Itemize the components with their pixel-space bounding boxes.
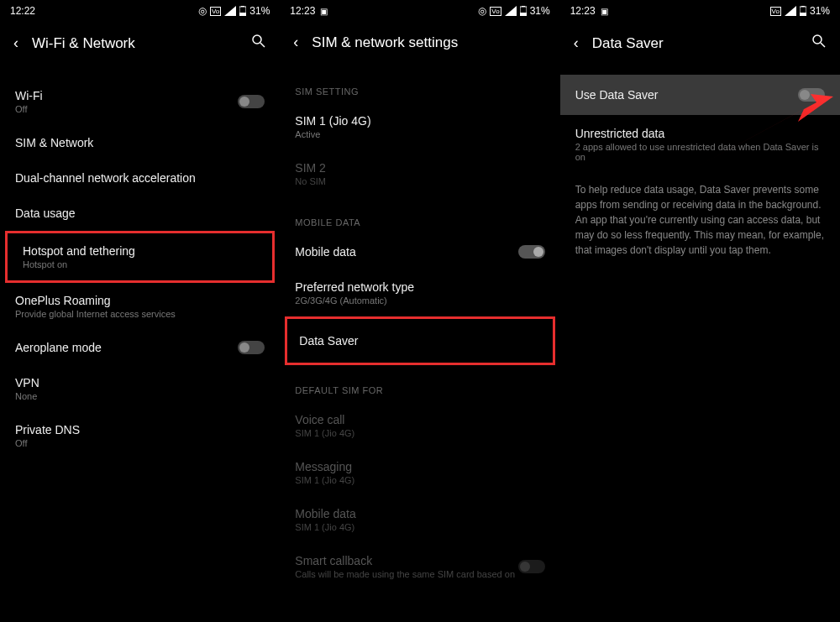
screen-data-saver: 12:23 ▣ Vo 31% ‹ Data Saver Use Data Sav…: [560, 0, 840, 622]
item-title: OnePlus Roaming: [15, 294, 265, 307]
item-title: SIM & Network: [15, 136, 265, 149]
item-sub: Calls will be made using the same SIM ca…: [295, 569, 517, 579]
back-icon[interactable]: ‹: [13, 34, 18, 52]
svg-line-4: [260, 43, 265, 47]
item-sim1[interactable]: SIM 1 (Jio 4G) Active: [280, 103, 559, 150]
item-sim-network[interactable]: SIM & Network: [0, 125, 280, 160]
item-title: Smart callback: [295, 554, 517, 567]
page-title: Wi-Fi & Network: [32, 35, 238, 52]
vo-icon: Vo: [490, 7, 501, 16]
item-sub: Provide global Internet access services: [15, 309, 265, 319]
item-sub: SIM 1 (Jio 4G): [295, 522, 544, 532]
signal-icon: [505, 6, 517, 16]
svg-rect-10: [801, 6, 805, 7]
item-title: Dual-channel network acceleration: [15, 171, 265, 185]
item-sub: No SIM: [295, 176, 544, 186]
item-sub: 2G/3G/4G (Automatic): [295, 295, 544, 306]
item-mobile-data-sim: Mobile data SIM 1 (Jio 4G): [280, 496, 559, 543]
status-bar: 12:23 ▣ ◎ Vo 31%: [280, 0, 559, 22]
screenshot-icon: ▣: [320, 7, 328, 16]
item-title: VPN: [15, 376, 265, 389]
item-title: Messaging: [295, 460, 544, 473]
item-mobile-data[interactable]: Mobile data: [280, 234, 559, 269]
item-title: Mobile data: [295, 245, 517, 259]
item-title: Data usage: [15, 206, 265, 220]
item-vpn[interactable]: VPN None: [0, 365, 280, 412]
mobile-data-toggle[interactable]: [518, 245, 545, 259]
battery-percent: 31%: [530, 5, 550, 17]
battery-percent: 31%: [810, 5, 830, 17]
info-text: To help reduce data usage, Data Saver pr…: [560, 174, 840, 266]
item-oneplus-roaming[interactable]: OnePlus Roaming Provide global Internet …: [0, 283, 280, 330]
item-title: Preferred network type: [295, 280, 544, 294]
item-hotspot-tethering[interactable]: Hotspot and tethering Hotspot on: [5, 231, 275, 283]
search-icon[interactable]: [251, 34, 266, 53]
hotspot-icon: ◎: [478, 5, 486, 17]
item-title: Wi-Fi: [15, 89, 238, 102]
item-title: Unrestricted data: [575, 127, 825, 140]
item-sub: Active: [295, 129, 544, 139]
item-sub: 2 apps allowed to use unrestricted data …: [575, 142, 825, 162]
section-sim-setting: SIM SETTING: [280, 76, 559, 103]
svg-point-11: [813, 35, 822, 44]
header: ‹ Wi-Fi & Network: [0, 22, 280, 65]
status-time: 12:22: [10, 5, 35, 17]
signal-icon: [785, 6, 796, 16]
item-unrestricted-data[interactable]: Unrestricted data 2 apps allowed to use …: [560, 115, 840, 174]
battery-percent: 31%: [249, 5, 270, 17]
item-title: SIM 2: [295, 161, 544, 175]
svg-rect-9: [800, 13, 806, 16]
item-private-dns[interactable]: Private DNS Off: [0, 412, 280, 459]
header: ‹ Data Saver: [560, 22, 840, 65]
item-dual-channel[interactable]: Dual-channel network acceleration: [0, 160, 280, 196]
item-title: Data Saver: [299, 334, 540, 348]
smart-callback-toggle: [518, 560, 545, 573]
item-preferred-network[interactable]: Preferred network type 2G/3G/4G (Automat…: [280, 269, 559, 316]
screen-sim-network-settings: 12:23 ▣ ◎ Vo 31% ‹ SIM & network setting…: [280, 0, 559, 622]
data-saver-toggle[interactable]: [798, 88, 825, 102]
status-time: 12:23: [570, 5, 596, 17]
item-title: Private DNS: [15, 423, 265, 436]
vo-icon: Vo: [770, 7, 781, 16]
svg-rect-7: [522, 6, 525, 7]
wifi-toggle[interactable]: [238, 95, 265, 108]
vo-icon: Vo: [210, 7, 221, 16]
item-title: Use Data Saver: [575, 88, 659, 102]
svg-rect-6: [520, 13, 527, 16]
item-smart-callback: Smart callback Calls will be made using …: [280, 543, 559, 590]
item-aeroplane-mode[interactable]: Aeroplane mode: [0, 330, 280, 365]
page-title: SIM & network settings: [312, 34, 546, 51]
signal-icon: [224, 6, 236, 16]
battery-icon: [239, 6, 246, 16]
item-sub: SIM 1 (Jio 4G): [295, 475, 544, 485]
back-icon[interactable]: ‹: [574, 34, 579, 52]
battery-icon: [800, 6, 806, 16]
item-sub: Hotspot on: [23, 259, 257, 269]
svg-rect-1: [239, 13, 246, 16]
item-title: Hotspot and tethering: [23, 244, 257, 258]
svg-line-12: [821, 43, 825, 47]
back-icon[interactable]: ‹: [293, 34, 298, 51]
item-use-data-saver[interactable]: Use Data Saver: [560, 75, 840, 115]
item-wifi[interactable]: Wi-Fi Off: [0, 78, 280, 125]
aeroplane-toggle[interactable]: [238, 341, 265, 354]
header: ‹ SIM & network settings: [280, 22, 559, 63]
search-icon[interactable]: [811, 34, 827, 53]
item-title: Mobile data: [295, 507, 544, 520]
item-title: Aeroplane mode: [15, 341, 238, 354]
screenshot-icon: ▣: [601, 7, 608, 16]
item-title: Voice call: [295, 413, 544, 426]
item-sub: None: [15, 391, 265, 401]
item-messaging: Messaging SIM 1 (Jio 4G): [280, 449, 559, 496]
battery-icon: [520, 6, 527, 16]
item-sub: Off: [15, 438, 265, 448]
section-mobile-data: MOBILE DATA: [280, 207, 559, 234]
item-sim2: SIM 2 No SIM: [280, 150, 559, 197]
item-data-usage[interactable]: Data usage: [0, 196, 280, 231]
status-bar: 12:23 ▣ Vo 31%: [560, 0, 840, 22]
item-data-saver[interactable]: Data Saver: [285, 316, 554, 365]
status-bar: 12:22 ◎ Vo 31%: [0, 0, 280, 22]
status-time: 12:23: [290, 5, 315, 17]
item-sub: Off: [15, 104, 238, 114]
hotspot-icon: ◎: [198, 5, 207, 17]
